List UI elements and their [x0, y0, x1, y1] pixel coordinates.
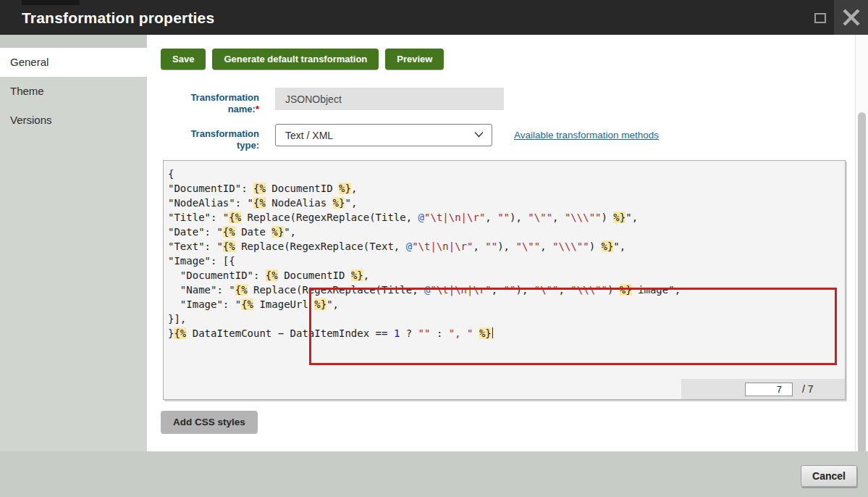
transformation-type-value: Text / XML [285, 130, 333, 141]
transformation-properties-dialog: Transformation properties GeneralThemeVe… [0, 0, 868, 497]
code-line: "NodeAlias": "{% NodeAlias %}", [168, 196, 681, 210]
code-line: "DocumentID": {% DocumentID %}, [168, 268, 681, 283]
transformation-type-label-text: Transformation type: [190, 128, 259, 151]
code-line: "DocumentID": {% DocumentID %}, [168, 181, 681, 196]
editor-pager: / 7 [681, 379, 845, 399]
add-css-styles-button[interactable]: Add CSS styles [161, 411, 258, 433]
close-button[interactable] [834, 0, 868, 35]
code-line: "Image": "{% ImageUrl %}", [168, 297, 681, 312]
page-number-input[interactable] [745, 383, 793, 396]
code-line: "Date": "{% Date %}", [168, 225, 681, 239]
required-asterisk: * [256, 104, 259, 114]
toolbar: SaveGenerate default transformationPrevi… [161, 49, 444, 70]
page-total-label: / 7 [802, 383, 814, 395]
sidebar-item-theme[interactable]: Theme [0, 77, 147, 106]
code-line: }], [168, 312, 681, 326]
transformation-type-label: Transformation type: [175, 128, 259, 151]
chevron-down-icon [474, 131, 484, 138]
transformation-type-select[interactable]: Text / XML [275, 124, 492, 146]
code-editor[interactable]: {"DocumentID": {% DocumentID %},"NodeAli… [163, 160, 846, 400]
save-button[interactable]: Save [161, 49, 206, 70]
sidebar-item-versions[interactable]: Versions [0, 106, 147, 135]
dialog-titlebar: Transformation properties [0, 0, 868, 35]
code-content: {"DocumentID": {% DocumentID %},"NodeAli… [168, 167, 681, 341]
sidebar: GeneralThemeVersions [0, 35, 147, 497]
transformation-name-label: Transformation name:* [175, 92, 259, 115]
transformation-name-input[interactable] [275, 88, 504, 110]
code-line: }{% DataItemCount − DataItemIndex == 1 ?… [168, 326, 681, 341]
preview-button[interactable]: Preview [385, 49, 444, 70]
main-panel: SaveGenerate default transformationPrevi… [147, 35, 855, 451]
code-line: "Title": "{% Replace(RegexReplace(Title,… [168, 210, 681, 225]
dialog-title: Transformation properties [22, 0, 214, 35]
close-icon [842, 8, 861, 27]
generate-default-transformation-button[interactable]: Generate default transformation [212, 49, 379, 70]
code-line: "Name": "{% Replace(RegexReplace(Title, … [168, 283, 681, 297]
maximize-icon [814, 13, 826, 23]
cancel-button[interactable]: Cancel [801, 465, 857, 487]
dialog-footer: Cancel [0, 451, 868, 497]
code-line: "Image": [{ [168, 254, 681, 268]
sidebar-item-general[interactable]: General [0, 48, 147, 77]
vertical-scrollbar-track[interactable] [855, 35, 868, 451]
text-caret [492, 327, 493, 338]
available-transformation-methods-link[interactable]: Available transformation methods [514, 130, 659, 141]
maximize-button[interactable] [811, 9, 830, 28]
transformation-name-label-text: Transformation name: [190, 92, 259, 114]
sidebar-top-strip [0, 35, 147, 48]
vertical-scrollbar-thumb[interactable] [858, 112, 866, 475]
code-line: "Text": "{% Replace(RegexReplace(Text, @… [168, 239, 681, 254]
code-line: { [168, 167, 681, 181]
sidebar-list: GeneralThemeVersions [0, 48, 147, 135]
